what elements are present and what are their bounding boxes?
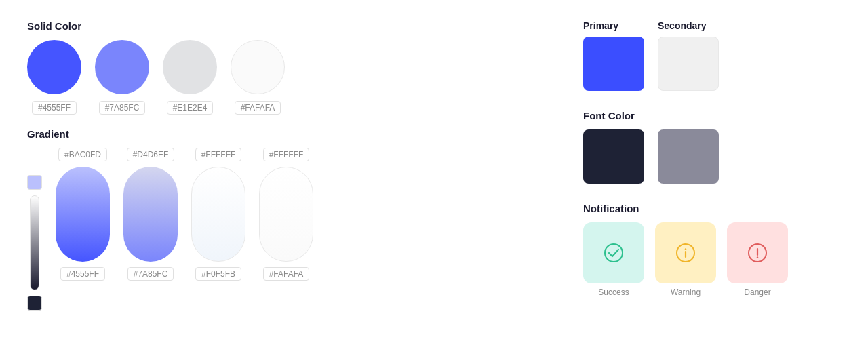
solid-color-item: #7A85FC [95, 40, 149, 115]
gradient-item: #FFFFFF #FAFAFA [259, 148, 313, 281]
solid-color-title: Solid Color [27, 20, 556, 32]
svg-point-3 [685, 248, 686, 250]
solid-color-item: #E1E2E4 [163, 40, 217, 115]
solid-color-label: #4555FF [32, 101, 77, 115]
secondary-swatch [658, 37, 719, 91]
gradient-label-bottom: #4555FF [60, 267, 105, 281]
solid-circle [231, 40, 285, 94]
notification-item: Danger [727, 222, 788, 297]
left-panel: Solid Color #4555FF #7A85FC #E1E2E4 #FAF… [27, 20, 556, 319]
primary-swatch [583, 37, 644, 91]
secondary-title: Secondary [658, 20, 719, 31]
gradient-label-top: #BAC0FD [58, 148, 107, 161]
gradient-label-top: #FFFFFF [195, 148, 242, 161]
gradient-item: #FFFFFF #F0F5FB [191, 148, 245, 281]
gradient-title: Gradient [27, 128, 556, 140]
gradient-pill [123, 167, 178, 262]
font-color-section: Font Color [583, 110, 841, 184]
primary-title: Primary [583, 20, 644, 31]
notif-label: Warning [671, 287, 701, 297]
gradient-pills: #BAC0FD #4555FF #D4D6EF #7A85FC #FFFFFF … [56, 148, 556, 281]
solid-circle [27, 40, 81, 94]
gradient-label-top: #D4D6EF [127, 148, 175, 161]
right-panel: Primary Secondary Font Color Notificatio… [583, 20, 841, 319]
primary-secondary-section: Primary Secondary [583, 20, 841, 91]
notif-card [583, 222, 644, 283]
notification-section: Notification Success Warning Danger [583, 203, 841, 297]
font-color-title: Font Color [583, 110, 841, 121]
solid-color-section: Solid Color #4555FF #7A85FC #E1E2E4 #FAF… [27, 20, 556, 115]
font-dark-swatch [583, 129, 644, 184]
gradient-pill [259, 167, 313, 262]
gradient-section: Gradient #BAC0FD #4555FF #D4D6EF #7A85FC… [27, 128, 556, 311]
svg-point-0 [605, 244, 623, 262]
solid-color-label: #FAFAFA [235, 101, 281, 115]
gradient-label-bottom: #F0F5FB [195, 267, 241, 281]
font-light-swatch [658, 129, 719, 184]
primary-secondary-row [583, 37, 841, 91]
gradient-item: #BAC0FD #4555FF [56, 148, 110, 281]
main-container: Solid Color #4555FF #7A85FC #E1E2E4 #FAF… [0, 0, 868, 339]
solid-color-row: #4555FF #7A85FC #E1E2E4 #FAFAFA [27, 40, 556, 115]
notif-label: Success [598, 287, 629, 297]
notif-icon-check [599, 238, 629, 268]
notif-card [727, 222, 788, 283]
notification-title: Notification [583, 203, 841, 214]
solid-color-item: #FAFAFA [231, 40, 285, 115]
gradient-label-top: #FFFFFF [263, 148, 310, 161]
gradient-pill [56, 167, 110, 262]
primary-secondary-titles: Primary Secondary [583, 20, 841, 31]
solid-circle [95, 40, 149, 94]
notification-item: Success [583, 222, 644, 297]
notification-item: Warning [655, 222, 716, 297]
notif-card [655, 222, 716, 283]
gradient-pill [191, 167, 245, 262]
gradient-top-swatch [27, 175, 42, 190]
gradient-bar-area [27, 148, 42, 311]
gradient-label-bottom: #7A85FC [127, 267, 174, 281]
gradient-bar [30, 195, 39, 290]
solid-color-label: #7A85FC [99, 101, 146, 115]
gradient-bar-wrapper [30, 195, 39, 290]
solid-circle [163, 40, 217, 94]
gradient-row: #BAC0FD #4555FF #D4D6EF #7A85FC #FFFFFF … [27, 148, 556, 311]
solid-color-item: #4555FF [27, 40, 81, 115]
gradient-bottom-swatch [27, 296, 42, 311]
gradient-label-bottom: #FAFAFA [263, 267, 310, 281]
notif-icon-info [671, 238, 701, 268]
font-color-row [583, 129, 841, 184]
solid-color-label: #E1E2E4 [167, 101, 214, 115]
gradient-item: #D4D6EF #7A85FC [123, 148, 178, 281]
notification-row: Success Warning Danger [583, 222, 841, 297]
notif-icon-exclaim [743, 238, 772, 268]
svg-point-6 [757, 256, 758, 258]
notif-label: Danger [744, 287, 770, 297]
